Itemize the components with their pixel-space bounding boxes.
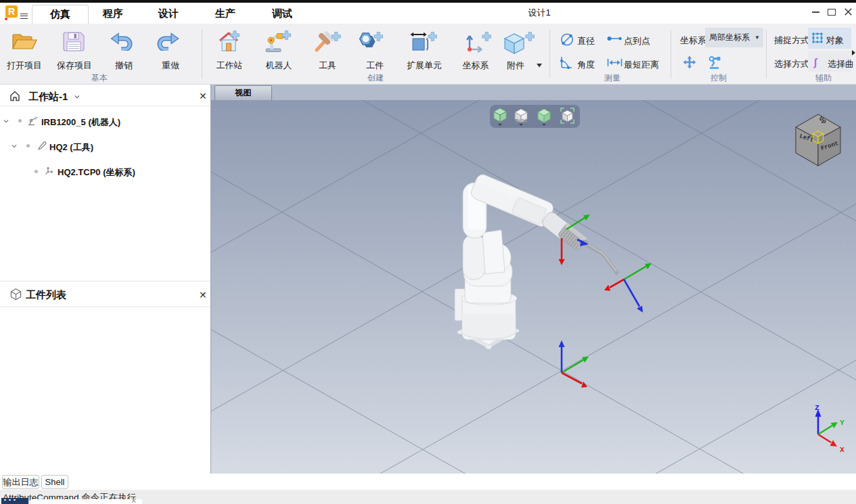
svg-text:Y: Y bbox=[840, 418, 844, 427]
svg-text:X: X bbox=[840, 445, 844, 454]
svg-text:Solid: Solid bbox=[516, 118, 527, 124]
svg-text:Z: Z bbox=[815, 403, 819, 412]
